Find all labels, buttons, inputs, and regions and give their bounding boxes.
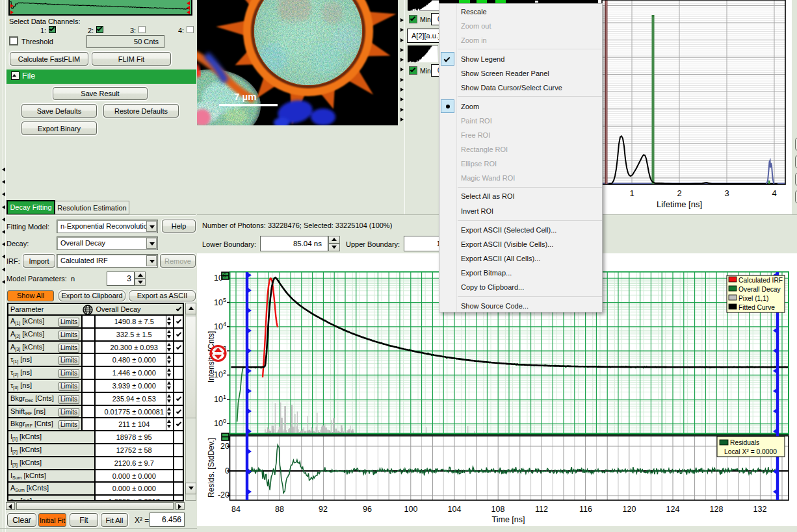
svg-text:Overall Decay: Overall Decay (738, 286, 781, 293)
svg-text:124: 124 (666, 505, 680, 514)
svg-text:96: 96 (363, 505, 372, 514)
svg-text:2: 2 (677, 188, 681, 198)
svg-text:7 µm: 7 µm (234, 91, 257, 102)
svg-text:Local X² = 0.0000: Local X² = 0.0000 (724, 448, 777, 455)
svg-text:116: 116 (579, 505, 592, 514)
svg-text:3: 3 (724, 188, 729, 198)
svg-text:1: 1 (629, 188, 634, 198)
svg-text:Lifetime [ns]: Lifetime [ns] (657, 199, 702, 209)
svg-text:Pixel (1,1): Pixel (1,1) (738, 295, 768, 302)
svg-text:20: 20 (220, 442, 229, 451)
svg-text:105: 105 (214, 297, 226, 307)
svg-text:128: 128 (710, 505, 724, 514)
svg-text:-20: -20 (218, 490, 229, 500)
svg-text:84: 84 (231, 505, 241, 514)
svg-text:120: 120 (623, 505, 636, 514)
svg-text:104: 104 (448, 505, 462, 514)
svg-text:104: 104 (214, 321, 226, 331)
svg-text:0: 0 (225, 466, 229, 475)
svg-text:108: 108 (491, 505, 505, 514)
svg-text:Residuals: Residuals (730, 439, 759, 446)
svg-text:Resids. [StdDev.]: Resids. [StdDev.] (207, 438, 216, 498)
svg-text:100: 100 (404, 505, 418, 514)
svg-text:100: 100 (214, 418, 226, 428)
svg-text:4: 4 (772, 188, 776, 198)
svg-text:106: 106 (214, 272, 226, 283)
svg-text:Fitted Curve: Fitted Curve (738, 304, 775, 311)
svg-text:132: 132 (753, 505, 767, 514)
svg-text:Calculated IRF: Calculated IRF (738, 277, 783, 284)
svg-text:101: 101 (214, 394, 226, 404)
svg-text:Time [ns]: Time [ns] (492, 515, 525, 524)
svg-text:112: 112 (535, 505, 548, 514)
svg-text:92: 92 (319, 505, 328, 514)
svg-text:88: 88 (275, 505, 284, 514)
